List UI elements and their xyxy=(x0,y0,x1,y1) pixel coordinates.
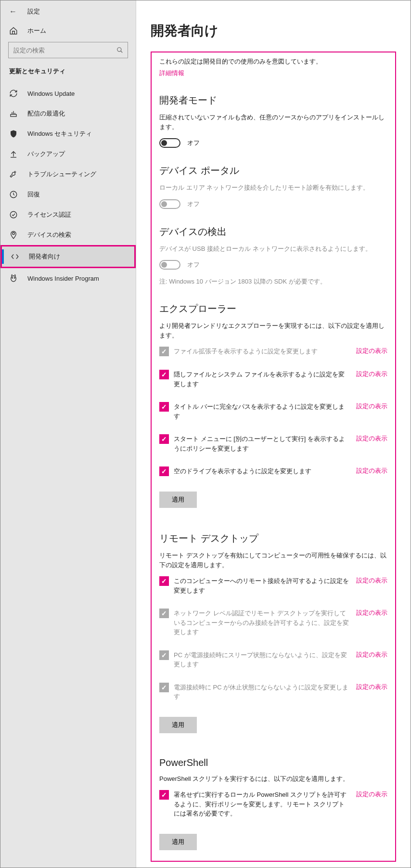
explorer-item-0: ファイル拡張子を表示するように設定を変更します 設定の表示 xyxy=(159,347,387,356)
show-settings-link[interactable]: 設定の表示 xyxy=(356,790,387,799)
section-remote-desktop-title: リモート デスクトップ xyxy=(159,532,387,545)
device-portal-toggle xyxy=(159,199,180,209)
section-developer-mode-desc: 圧縮されていないファイルも含め、任意のソースからのアプリをインストールします。 xyxy=(159,113,387,131)
svg-point-5 xyxy=(10,211,17,218)
nav-label: バックアップ xyxy=(27,150,65,158)
backup-icon xyxy=(9,150,18,158)
search-wrap xyxy=(0,42,136,67)
activation-icon xyxy=(9,210,18,219)
sdk-note: 注: Windows 10 バージョン 1803 以降の SDK が必要です。 xyxy=(159,277,387,286)
search-input[interactable] xyxy=(8,42,128,58)
nav-label: Windows セキュリティ xyxy=(27,130,92,138)
checkbox[interactable] xyxy=(159,466,169,476)
main-content: 開発者向け これらの設定は開発目的での使用のみを意図しています。 詳細情報 開発… xyxy=(136,0,411,868)
section-explorer-title: エクスプローラー xyxy=(159,302,387,315)
nav-label: Windows Update xyxy=(27,90,75,97)
nav-windows-security[interactable]: Windows セキュリティ xyxy=(0,124,136,144)
show-settings-link[interactable]: 設定の表示 xyxy=(356,576,387,585)
powershell-item-0: 署名せずに実行するローカル PowerShell スクリプトを許可するように、実… xyxy=(159,790,387,818)
home-button[interactable]: ホーム xyxy=(0,23,136,42)
shield-icon xyxy=(9,130,18,138)
explorer-item-3: スタート メニューに [別のユーザーとして実行] を表示するようにポリシーを変更… xyxy=(159,434,387,453)
checkbox xyxy=(159,347,169,356)
nav-windows-update[interactable]: Windows Update xyxy=(0,83,136,104)
back-icon[interactable]: ← xyxy=(9,7,17,16)
delivery-icon xyxy=(9,109,18,118)
remote-item-1: ネットワーク レベル認証でリモート デスクトップを実行しているコンピューターから… xyxy=(159,609,387,637)
toggle-state: オフ xyxy=(187,200,200,208)
check-label: 電源接続時に PC が休止状態にならないように設定を変更します xyxy=(174,683,356,701)
section-device-portal-title: デバイス ポータル xyxy=(159,164,387,177)
show-settings-link[interactable]: 設定の表示 xyxy=(356,434,387,443)
checkbox xyxy=(159,683,169,692)
svg-point-6 xyxy=(13,233,15,235)
show-settings-link[interactable]: 設定の表示 xyxy=(356,370,387,378)
insider-icon xyxy=(9,274,18,283)
remote-apply-button[interactable]: 適用 xyxy=(159,717,197,733)
section-explorer-desc: より開発者フレンドリなエクスプローラーを実現するには、以下の設定を適用します。 xyxy=(159,321,387,340)
titlebar: ← 設定 xyxy=(0,6,136,23)
powershell-apply-button[interactable]: 適用 xyxy=(159,834,197,850)
nav-label: 回復 xyxy=(27,190,40,199)
toggle-state: オフ xyxy=(187,260,200,269)
remote-item-2: PC が電源接続時にスリープ状態にならないように、設定を変更します 設定の表示 xyxy=(159,650,387,669)
more-info-link[interactable]: 詳細情報 xyxy=(159,69,387,78)
developer-mode-toggle[interactable] xyxy=(159,138,180,148)
app-title: 設定 xyxy=(27,7,40,16)
nav-label: 開発者向け xyxy=(29,252,60,261)
show-settings-link[interactable]: 設定の表示 xyxy=(356,402,387,411)
nav-label: Windows Insider Program xyxy=(27,275,99,282)
show-settings-link[interactable]: 設定の表示 xyxy=(356,683,387,691)
check-label: 空のドライブを表示するように設定を変更します xyxy=(174,466,356,476)
section-remote-desktop-desc: リモート デスクトップを有効にしてコンピューターの可用性を確保するには、以下の設… xyxy=(159,551,387,570)
remote-item-0: このコンピューターへのリモート接続を許可するように設定を変更します 設定の表示 xyxy=(159,576,387,595)
nav-troubleshoot[interactable]: トラブルシューティング xyxy=(0,164,136,184)
nav-label: ライセンス認証 xyxy=(27,210,71,219)
show-settings-link[interactable]: 設定の表示 xyxy=(356,609,387,617)
remote-item-3: 電源接続時に PC が休止状態にならないように設定を変更します 設定の表示 xyxy=(159,683,387,701)
checkbox xyxy=(159,650,169,660)
checkbox[interactable] xyxy=(159,370,169,379)
sidebar: ← 設定 ホーム 更新とセキュリティ Windows Update 配信の最適化… xyxy=(0,0,136,868)
nav-developers[interactable]: 開発者向け xyxy=(0,245,136,268)
svg-point-0 xyxy=(117,48,121,52)
check-label: ネットワーク レベル認証でリモート デスクトップを実行しているコンピューターから… xyxy=(174,609,356,637)
checkbox[interactable] xyxy=(159,434,169,444)
recovery-icon xyxy=(9,190,18,199)
svg-point-8 xyxy=(12,278,13,279)
checkbox[interactable] xyxy=(159,790,169,800)
device-discovery-toggle xyxy=(159,260,180,270)
nav-delivery-optimization[interactable]: 配信の最適化 xyxy=(0,104,136,124)
check-label: スタート メニューに [別のユーザーとして実行] を表示するようにポリシーを変更… xyxy=(174,434,356,453)
nav-backup[interactable]: バックアップ xyxy=(0,144,136,164)
checkbox[interactable] xyxy=(159,402,169,412)
section-powershell-title: PowerShell xyxy=(159,757,387,768)
page-title: 開発者向け xyxy=(151,22,396,40)
nav-label: トラブルシューティング xyxy=(27,170,96,179)
checkbox xyxy=(159,609,169,618)
nav-insider-program[interactable]: Windows Insider Program xyxy=(0,268,136,288)
highlighted-settings-area: これらの設定は開発目的での使用のみを意図しています。 詳細情報 開発者モード 圧… xyxy=(151,52,396,862)
show-settings-link[interactable]: 設定の表示 xyxy=(356,347,387,355)
svg-rect-2 xyxy=(11,115,16,117)
section-device-discovery-desc: デバイスが USB 接続とローカル ネットワークに表示されるようにします。 xyxy=(159,244,387,254)
find-device-icon xyxy=(9,231,18,239)
svg-point-9 xyxy=(14,278,15,279)
explorer-item-1: 隠しファイルとシステム ファイルを表示するように設定を変更します 設定の表示 xyxy=(159,370,387,389)
toggle-state: オフ xyxy=(187,139,200,147)
nav-recovery[interactable]: 回復 xyxy=(0,184,136,205)
show-settings-link[interactable]: 設定の表示 xyxy=(356,650,387,659)
checkbox[interactable] xyxy=(159,576,169,586)
check-label: PC が電源接続時にスリープ状態にならないように、設定を変更します xyxy=(174,650,356,669)
section-device-discovery-title: デバイスの検出 xyxy=(159,225,387,238)
refresh-icon xyxy=(9,89,18,98)
nav-activation[interactable]: ライセンス認証 xyxy=(0,205,136,225)
svg-line-1 xyxy=(121,51,123,53)
home-icon xyxy=(9,26,18,35)
nav-find-my-device[interactable]: デバイスの検索 xyxy=(0,225,136,245)
explorer-apply-button[interactable]: 適用 xyxy=(159,492,197,508)
section-powershell-desc: PowerShell スクリプトを実行するには、以下の設定を適用します。 xyxy=(159,774,387,784)
intro-text: これらの設定は開発目的での使用のみを意図しています。 xyxy=(159,57,387,66)
check-label: このコンピューターへのリモート接続を許可するように設定を変更します xyxy=(174,576,356,595)
show-settings-link[interactable]: 設定の表示 xyxy=(356,466,387,475)
